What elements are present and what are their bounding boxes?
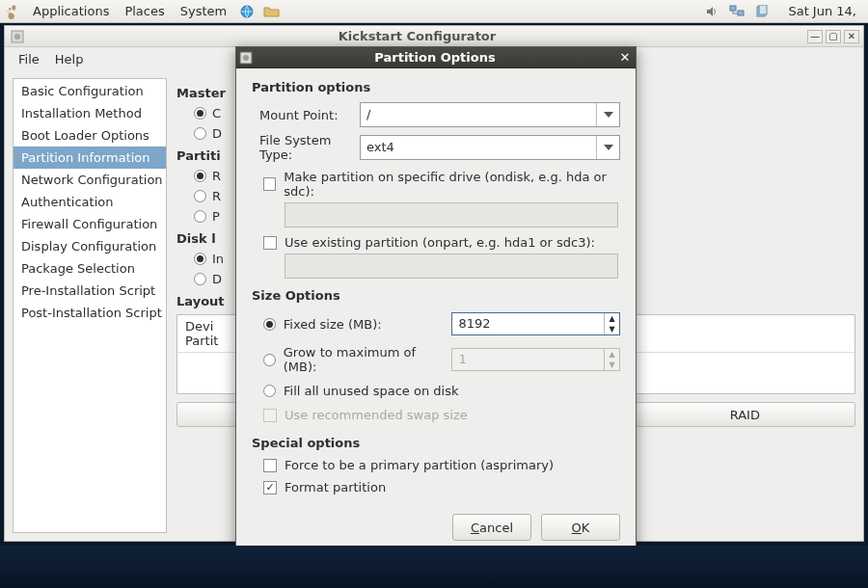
checkbox-onpart-row[interactable]: Use existing partition (onpart, e.g. hda… xyxy=(252,235,620,250)
label-fs-type: File System Type: xyxy=(252,133,360,162)
sidebar-item-network-configuration[interactable]: Network Configuration xyxy=(14,169,166,191)
checkbox-primary-label: Force to be a primary partition (asprima… xyxy=(285,458,554,472)
partition-options-dialog: Partition Options ✕ Partition options Mo… xyxy=(235,46,637,555)
checkbox-primary-row[interactable]: Force to be a primary partition (asprima… xyxy=(252,458,620,472)
spin-grow-value: 1 xyxy=(452,349,604,370)
sidebar: Basic Configuration Installation Method … xyxy=(13,78,167,533)
section-special-options: Special options xyxy=(252,436,620,450)
radio-label: R xyxy=(212,169,221,183)
window-close-button[interactable]: ✕ xyxy=(844,30,859,43)
app-icon xyxy=(9,28,26,45)
combo-mount-point[interactable]: / xyxy=(360,102,620,127)
layout-header-partition: Partit xyxy=(185,334,218,348)
raid-button[interactable]: RAID xyxy=(635,402,855,427)
dialog-button-bar: Cancel OK xyxy=(236,508,636,550)
volume-icon[interactable] xyxy=(701,3,722,20)
svg-point-8 xyxy=(243,55,249,61)
dialog-close-button[interactable]: ✕ xyxy=(614,50,636,65)
sidebar-item-package-selection[interactable]: Package Selection xyxy=(14,257,166,280)
panel-menu-applications[interactable]: Applications xyxy=(25,4,117,18)
radio-dot-icon xyxy=(194,253,206,265)
svg-rect-2 xyxy=(738,11,744,15)
sidebar-item-basic-configuration[interactable]: Basic Configuration xyxy=(14,80,166,102)
mnemonic: C xyxy=(471,521,479,535)
radio-label: D xyxy=(212,272,222,286)
sidebar-item-firewall-configuration[interactable]: Firewall Configuration xyxy=(14,213,166,235)
radio-fill-label: Fill all unused space on disk xyxy=(284,384,458,398)
radio-empty-icon xyxy=(263,385,276,397)
gnome-panel: Applications Places System Sat Jun 14, xyxy=(0,0,868,23)
section-partition-options: Partition options xyxy=(252,80,620,94)
radio-label: C xyxy=(212,106,221,120)
window-minimize-button[interactable]: — xyxy=(807,30,823,43)
input-ondisk xyxy=(285,202,618,227)
spin-fixed-size[interactable]: 8192 ▲ ▼ xyxy=(451,312,620,335)
browser-launcher-icon[interactable] xyxy=(236,3,258,20)
menu-help[interactable]: Help xyxy=(47,52,92,67)
sidebar-item-pre-installation-script[interactable]: Pre-Installation Script xyxy=(14,280,166,302)
ok-button[interactable]: OK xyxy=(541,514,620,541)
dialog-app-icon xyxy=(236,51,256,65)
spin-fixed-size-value: 8192 xyxy=(452,313,604,334)
panel-menu-system[interactable]: System xyxy=(173,4,234,18)
spin-down-icon: ▼ xyxy=(605,360,619,370)
radio-dot-icon xyxy=(194,170,206,182)
clipboard-icon[interactable] xyxy=(751,3,773,20)
spin-arrows: ▲ ▼ xyxy=(604,313,619,334)
btn-text: ancel xyxy=(479,521,513,535)
window-title: Kickstart Configurator xyxy=(30,29,804,43)
spin-up-icon[interactable]: ▲ xyxy=(605,313,619,324)
row-fs-type: File System Type: ext4 xyxy=(252,133,620,162)
mnemonic: O xyxy=(572,521,582,535)
menu-file[interactable]: File xyxy=(11,52,47,67)
btn-text: K xyxy=(582,521,590,535)
panel-menu-places[interactable]: Places xyxy=(117,4,172,18)
checkbox-primary[interactable] xyxy=(263,459,277,472)
sidebar-item-display-configuration[interactable]: Display Configuration xyxy=(14,235,166,257)
radio-empty-icon xyxy=(263,354,276,366)
spin-down-icon[interactable]: ▼ xyxy=(605,324,619,334)
checkbox-onpart[interactable] xyxy=(263,236,277,250)
combo-fs-type[interactable]: ext4 xyxy=(360,135,620,160)
svg-rect-4 xyxy=(759,5,767,14)
panel-clock[interactable]: Sat Jun 14, xyxy=(774,4,864,18)
checkbox-onpart-label: Use existing partition (onpart, e.g. hda… xyxy=(285,235,595,250)
spin-up-icon: ▲ xyxy=(605,349,619,360)
checkbox-ondisk[interactable] xyxy=(263,177,276,191)
radio-empty-icon xyxy=(194,127,206,140)
radio-grow-label: Grow to maximum of (MB): xyxy=(284,345,445,374)
spin-grow: 1 ▲ ▼ xyxy=(451,348,620,371)
network-icon[interactable] xyxy=(726,3,747,20)
input-onpart xyxy=(285,254,618,279)
sidebar-item-authentication[interactable]: Authentication xyxy=(14,191,166,213)
chevron-down-icon[interactable] xyxy=(596,136,619,159)
label-mount-point: Mount Point: xyxy=(252,108,360,122)
dock-strip xyxy=(0,546,868,588)
window-maximize-button[interactable]: ▢ xyxy=(826,30,841,43)
sidebar-item-boot-loader-options[interactable]: Boot Loader Options xyxy=(14,124,166,147)
svg-point-6 xyxy=(14,34,20,40)
radio-empty-icon xyxy=(194,190,206,202)
radio-fixed-size-row[interactable]: Fixed size (MB): 8192 ▲ ▼ xyxy=(252,312,620,335)
svg-rect-1 xyxy=(730,6,736,11)
cancel-button[interactable]: Cancel xyxy=(452,514,531,541)
sidebar-item-partition-information[interactable]: Partition Information xyxy=(14,147,166,169)
gnome-foot-icon xyxy=(4,3,21,20)
checkbox-format[interactable] xyxy=(263,481,277,494)
row-mount-point: Mount Point: / xyxy=(252,102,620,127)
dialog-title: Partition Options xyxy=(256,50,614,65)
checkbox-format-row[interactable]: Format partition xyxy=(252,480,620,494)
radio-fill-row[interactable]: Fill all unused space on disk xyxy=(252,384,620,398)
sidebar-item-installation-method[interactable]: Installation Method xyxy=(14,102,166,124)
sidebar-item-post-installation-script[interactable]: Post-Installation Script xyxy=(14,302,166,324)
folder-launcher-icon[interactable] xyxy=(261,3,283,20)
radio-empty-icon xyxy=(194,273,206,285)
radio-grow-row[interactable]: Grow to maximum of (MB): 1 ▲ ▼ xyxy=(252,345,620,374)
checkbox-swap-label: Use recommended swap size xyxy=(285,408,468,422)
checkbox-ondisk-row[interactable]: Make partition on specific drive (ondisk… xyxy=(252,170,620,199)
chevron-down-icon[interactable] xyxy=(596,103,619,126)
checkbox-ondisk-label: Make partition on specific drive (ondisk… xyxy=(284,170,620,199)
spin-arrows: ▲ ▼ xyxy=(604,349,619,370)
radio-dot-icon xyxy=(194,107,206,120)
radio-label: D xyxy=(212,126,222,141)
